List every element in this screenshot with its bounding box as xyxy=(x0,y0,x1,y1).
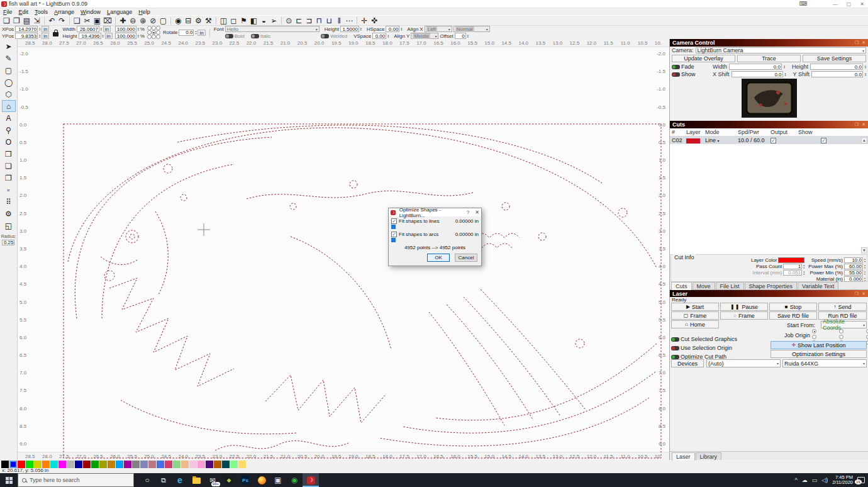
zoom-in-icon[interactable]: ⊕ xyxy=(139,16,147,25)
corner-tool[interactable]: ◱ xyxy=(2,220,16,232)
ypos-spinner[interactable] xyxy=(39,34,40,38)
settings-icon[interactable]: ⚙ xyxy=(194,16,203,25)
font-combo[interactable]: Hello▾ xyxy=(225,26,320,32)
onedrive-cloud-icon[interactable]: ☁ xyxy=(802,477,808,483)
home-button[interactable]: ⌂Home xyxy=(671,320,719,328)
width-spinner[interactable] xyxy=(101,27,102,31)
palette-color-8[interactable] xyxy=(67,461,74,468)
power-max-field[interactable]: 60.00 xyxy=(844,264,863,269)
palette-color-3[interactable] xyxy=(26,461,33,468)
taskbar-icon-mail[interactable]: ✉99+ xyxy=(204,473,221,487)
open-file-icon[interactable]: ❐ xyxy=(13,16,21,25)
screen-preview-icon[interactable]: ⊟ xyxy=(184,16,192,25)
tab-library[interactable]: Library xyxy=(696,452,722,460)
palette-color-5[interactable] xyxy=(42,461,50,468)
align-center-icon[interactable]: ⊙ xyxy=(285,16,293,25)
dialog-titlebar[interactable]: ☽ Optimize Shapes - LightBurn... ? ✕ xyxy=(389,208,481,216)
machine-tools-icon[interactable]: ⚒ xyxy=(204,16,213,25)
font-height-field[interactable]: 1.5000 xyxy=(340,26,359,32)
show-checkbox[interactable] xyxy=(821,138,826,143)
selection-frame-icon[interactable]: ▢ xyxy=(159,16,167,25)
keyboard-icon[interactable]: ⌨ xyxy=(799,1,808,7)
power-min-spinner[interactable] xyxy=(864,271,865,275)
slider-handle[interactable] xyxy=(391,238,396,242)
minimize-button[interactable]: — xyxy=(833,1,838,7)
palette-color-23[interactable] xyxy=(189,461,197,468)
new-file-icon[interactable]: ❏ xyxy=(3,16,11,25)
output-checkbox[interactable] xyxy=(771,138,776,143)
show-toggle[interactable]: Show xyxy=(672,71,711,77)
use-selection-origin-toggle[interactable]: Use Selection Origin xyxy=(671,345,737,351)
align-bottom-icon[interactable]: ⊔ xyxy=(325,16,333,25)
menu-language[interactable]: Language xyxy=(107,9,132,15)
font-style-combo[interactable]: Normal▾ xyxy=(453,26,490,32)
taskbar-icon-cortana[interactable]: ○ xyxy=(139,473,155,487)
lock-aspect-icon[interactable] xyxy=(53,32,58,36)
taskbar-icon-firefox[interactable] xyxy=(253,473,270,487)
undo-icon[interactable]: ↶ xyxy=(48,16,56,25)
font-height-spinner[interactable] xyxy=(360,27,362,31)
layer-mode-combo[interactable]: Line ▾ xyxy=(705,137,738,143)
fit-arcs-checkbox[interactable] xyxy=(391,232,397,237)
copy-icon[interactable]: ❑ xyxy=(73,16,81,25)
palette-color-19[interactable] xyxy=(157,461,164,468)
menu-help[interactable]: Help xyxy=(138,9,150,15)
pass-count-spinner[interactable] xyxy=(803,264,804,269)
scale-width-spinner[interactable] xyxy=(138,27,139,31)
offset-shapes-tool[interactable]: O xyxy=(2,136,16,148)
xpos-spinner[interactable] xyxy=(39,27,40,31)
cut-icon[interactable]: ✂ xyxy=(83,16,91,25)
palette-color-10[interactable] xyxy=(83,461,91,468)
redo-icon[interactable]: ↷ xyxy=(58,16,66,25)
cam-width-spinner[interactable] xyxy=(784,65,785,69)
notification-center-icon[interactable]: 19 xyxy=(857,477,865,483)
move-to-origin-icon[interactable]: ✜ xyxy=(370,16,379,25)
select-tool[interactable]: ➤ xyxy=(2,40,16,52)
palette-color-1[interactable] xyxy=(9,461,17,468)
italic-toggle[interactable]: Italic xyxy=(251,33,270,39)
laser-panel-titlebar[interactable]: Laser ❐✕ xyxy=(670,290,868,297)
vspace-field[interactable]: 0.00 xyxy=(372,33,386,39)
speed-field[interactable]: 10.0 xyxy=(844,257,863,263)
trace-button[interactable]: Trace xyxy=(737,55,801,62)
boolean-subtract-tool[interactable]: ❐ xyxy=(2,172,16,184)
maximize-button[interactable]: ▢ xyxy=(847,1,852,7)
cancel-button[interactable]: Cancel xyxy=(455,254,477,262)
anchor-point-5[interactable] xyxy=(156,30,160,35)
anchor-point-7[interactable] xyxy=(152,35,156,39)
offset-spinner[interactable] xyxy=(467,34,469,38)
frame-rect-button[interactable]: ▢Frame xyxy=(671,311,719,320)
palette-color-22[interactable] xyxy=(181,461,189,468)
fit-lines-slider[interactable] xyxy=(389,224,481,230)
palette-color-25[interactable] xyxy=(206,461,213,468)
palette-color-6[interactable] xyxy=(50,461,58,468)
scroll-down-icon[interactable]: ▼ xyxy=(861,247,867,254)
hspace-spinner[interactable] xyxy=(401,27,402,31)
rectangle-tool[interactable]: ▢ xyxy=(2,64,16,76)
dialog-close-button[interactable]: ✕ xyxy=(475,210,479,215)
palette-color-12[interactable] xyxy=(99,461,107,468)
aligny-combo[interactable]: Middle▾ xyxy=(411,33,438,39)
position-laser-tool[interactable]: ⚲ xyxy=(2,124,16,136)
hspace-field[interactable]: 0.00 xyxy=(386,26,399,32)
palette-color-2[interactable] xyxy=(18,461,25,468)
cut-selected-graphics-toggle[interactable]: Cut Selected Graphics xyxy=(671,336,737,342)
mirror-vertical-icon[interactable]: ◒ xyxy=(260,16,268,25)
tab-move[interactable]: Move xyxy=(693,282,715,289)
radius-field[interactable]: 0.25 xyxy=(2,240,14,245)
cuts-layer-row[interactable]: C02Line ▾10.0 / 60.0 xyxy=(670,137,868,144)
layer-color-swatch[interactable] xyxy=(778,257,804,263)
taskbar-search-input[interactable]: Type here to search xyxy=(18,473,134,487)
anchor-point-selector[interactable] xyxy=(147,26,160,39)
optimize-shapes-dialog[interactable]: ☽ Optimize Shapes - LightBurn... ? ✕ Fit… xyxy=(388,208,482,266)
close-panel-icon[interactable]: ✕ xyxy=(862,122,865,127)
boolean-union-tool[interactable]: ❏ xyxy=(2,160,16,172)
palette-color-13[interactable] xyxy=(108,461,115,468)
taskbar-icon-lightburn[interactable]: ☽ xyxy=(303,473,319,487)
zoom-frame-icon[interactable]: ⊘ xyxy=(149,16,157,25)
xshift-spinner[interactable] xyxy=(785,72,786,77)
width-unit-button[interactable]: in xyxy=(103,26,111,32)
fade-toggle[interactable]: Fade xyxy=(672,64,711,70)
xpos-unit-button[interactable]: in xyxy=(42,26,49,32)
ungroup-icon[interactable]: ◻ xyxy=(230,16,238,25)
